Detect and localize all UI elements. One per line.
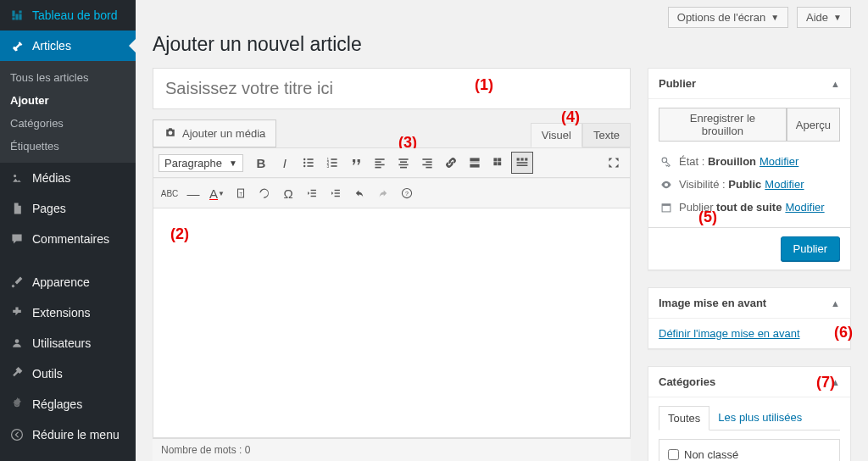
save-draft-button[interactable]: Enregistrer le brouillon	[659, 108, 787, 142]
screen-options-button[interactable]: Options de l'écran▼	[668, 7, 788, 28]
admin-sidebar: Tableau de bord Articles Tous les articl…	[0, 0, 136, 461]
sidebar-item-pages[interactable]: Pages	[0, 193, 136, 224]
categories-header[interactable]: Catégories ▲	[648, 367, 850, 397]
editor-box: Paragraphe ▼ B I 123 ABC	[153, 147, 631, 438]
categories-box: Catégories ▲ (7) Toutes Les plus utilisé…	[648, 366, 851, 461]
svg-rect-20	[400, 167, 407, 169]
sidebar-item-label: Extensions	[32, 306, 90, 319]
annotation-2: (2)	[170, 225, 189, 243]
svg-text:T: T	[240, 192, 243, 197]
featured-image-header[interactable]: Image mise en avant ▲	[648, 288, 850, 319]
comment-icon	[8, 230, 25, 247]
fullscreen-button[interactable]	[603, 152, 625, 174]
tab-text[interactable]: Texte	[582, 123, 631, 147]
sidebar-item-media[interactable]: Médias	[0, 163, 136, 193]
redo-button[interactable]	[372, 182, 394, 204]
publish-box-header[interactable]: Publier ▲	[648, 69, 850, 99]
outdent-button[interactable]	[301, 182, 323, 204]
svg-rect-12	[331, 165, 337, 167]
sidebar-item-settings[interactable]: Réglages	[0, 389, 136, 419]
preview-button[interactable]: Aperçu	[787, 108, 840, 142]
edit-schedule-link[interactable]: Modifier	[785, 201, 824, 214]
bold-button[interactable]: B	[250, 152, 272, 174]
svg-rect-28	[493, 158, 497, 161]
publish-box: Publier ▲ Enregistrer le brouillon Aperç…	[648, 68, 851, 270]
edit-status-link[interactable]: Modifier	[760, 155, 798, 168]
sidebar-subitem-tags[interactable]: Étiquettes	[0, 135, 136, 158]
svg-rect-21	[422, 158, 431, 160]
align-left-button[interactable]	[369, 152, 391, 174]
add-media-button[interactable]: Ajouter un média	[153, 119, 276, 147]
sidebar-item-comments[interactable]: Commentaires	[0, 224, 136, 254]
svg-rect-4	[307, 162, 313, 164]
sidebar-subitem-add-post[interactable]: Ajouter	[0, 89, 136, 112]
svg-point-1	[303, 158, 305, 160]
sidebar-item-label: Utilisateurs	[32, 336, 91, 350]
blockquote-button[interactable]	[345, 152, 367, 174]
sidebar-item-label: Commentaires	[32, 232, 109, 246]
publish-button[interactable]: Publier	[781, 236, 840, 261]
svg-rect-23	[422, 164, 431, 166]
hr-button[interactable]: —	[182, 182, 204, 204]
undo-button[interactable]	[348, 182, 370, 204]
readmore-button[interactable]	[464, 152, 486, 174]
align-right-button[interactable]	[416, 152, 438, 174]
chevron-down-icon: ▼	[229, 158, 237, 168]
numbered-list-button[interactable]: 123	[321, 152, 343, 174]
svg-rect-25	[470, 158, 479, 161]
kitchen-sink-button[interactable]	[511, 152, 533, 174]
category-checkbox[interactable]	[668, 449, 679, 460]
align-center-button[interactable]	[392, 152, 415, 174]
category-tab-all[interactable]: Toutes	[659, 406, 709, 430]
set-featured-image-link[interactable]: Définir l'image mise en avant	[659, 327, 800, 340]
visibility-line: Visibilité : Public Modifier	[659, 173, 840, 196]
svg-rect-32	[516, 158, 519, 160]
word-count: Nombre de mots : 0	[161, 444, 250, 456]
editor-column: (1) Ajouter un média (3) (4) Visuel Text…	[153, 68, 631, 461]
specialchar-button[interactable]: Ω	[277, 182, 299, 204]
content-editor[interactable]: (2)	[153, 208, 630, 437]
sidebar-item-tools[interactable]: Outils	[0, 358, 136, 389]
sidebar-collapse[interactable]: Réduire le menu	[0, 419, 136, 450]
sidebar-item-dashboard[interactable]: Tableau de bord	[0, 0, 136, 31]
sidebar-item-users[interactable]: Utilisateurs	[0, 328, 136, 358]
strikethrough-button[interactable]: ABC	[159, 182, 181, 204]
category-tab-popular[interactable]: Les plus utilisées	[709, 406, 810, 430]
paste-text-button[interactable]: T	[230, 182, 252, 204]
camera-icon	[164, 125, 177, 142]
posts-submenu: Tous les articles Ajouter Catégories Éti…	[0, 61, 136, 163]
editor-tabs: Visuel Texte	[531, 123, 631, 147]
svg-rect-8	[331, 158, 337, 160]
tab-visual[interactable]: Visuel	[531, 123, 582, 147]
tools-icon	[8, 365, 25, 382]
category-item-uncategorized[interactable]: Non classé	[668, 448, 831, 461]
editor-toolbar-row2: ABC — A ▼ T Ω ?	[153, 178, 630, 208]
toolbar-toggle-button[interactable]	[487, 152, 509, 174]
edit-visibility-link[interactable]: Modifier	[765, 178, 804, 191]
link-button[interactable]	[440, 152, 462, 174]
sidebar-subitem-all-posts[interactable]: Tous les articles	[0, 66, 136, 89]
sidebar-item-posts[interactable]: Articles	[0, 31, 136, 61]
sidebar-item-label: Tableau de bord	[32, 8, 117, 22]
format-select[interactable]: Paragraphe ▼	[159, 154, 243, 172]
sidebar-subitem-categories[interactable]: Catégories	[0, 112, 136, 135]
svg-rect-26	[470, 162, 479, 163]
clear-format-button[interactable]	[253, 182, 275, 204]
post-title-input[interactable]	[153, 68, 631, 109]
help-button[interactable]: Aide▼	[797, 7, 851, 28]
page-icon	[8, 200, 25, 217]
sidebar-item-plugins[interactable]: Extensions	[0, 297, 136, 328]
svg-rect-13	[375, 158, 384, 160]
indent-button[interactable]	[325, 182, 347, 204]
italic-button[interactable]: I	[274, 152, 296, 174]
schedule-line: Publier tout de suite Modifier	[659, 196, 840, 219]
help-button[interactable]: ?	[396, 182, 418, 204]
svg-rect-30	[493, 162, 497, 165]
svg-rect-24	[426, 167, 431, 169]
sidebar-item-label: Apparence	[32, 275, 90, 289]
sidebar-item-appearance[interactable]: Apparence	[0, 267, 136, 297]
textcolor-button[interactable]: A ▼	[206, 182, 228, 204]
chevron-down-icon: ▼	[771, 13, 779, 22]
collapse-icon	[8, 426, 25, 443]
bullet-list-button[interactable]	[298, 152, 320, 174]
